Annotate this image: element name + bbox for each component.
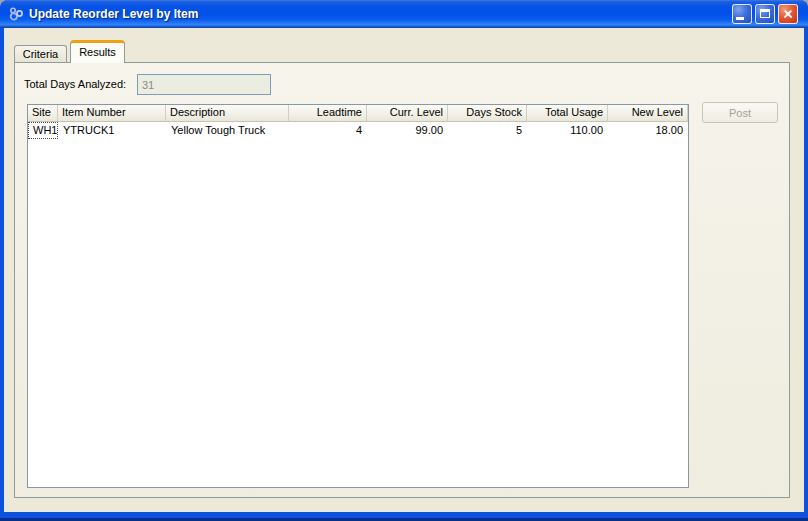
table-row[interactable]: WH1YTRUCK1Yellow Tough Truck499.005110.0… — [28, 122, 688, 139]
column-header-site[interactable]: Site — [28, 105, 58, 122]
cell-days-stock[interactable]: 5 — [448, 122, 527, 139]
bubbles-icon — [8, 6, 24, 22]
cell-site[interactable]: WH1 — [28, 122, 58, 139]
tab-results[interactable]: Results — [70, 40, 125, 63]
table-body: WH1YTRUCK1Yellow Tough Truck499.005110.0… — [28, 122, 688, 139]
column-header-leadtime[interactable]: Leadtime — [289, 105, 367, 122]
dialog-window: Update Reorder Level by Item Criteria Re… — [0, 0, 808, 521]
cell-total-usage[interactable]: 110.00 — [527, 122, 608, 139]
tab-criteria[interactable]: Criteria — [14, 45, 67, 62]
column-header-days-stock[interactable]: Days Stock — [448, 105, 527, 122]
column-header-new-level[interactable]: New Level — [608, 105, 688, 122]
dialog-client-area: Criteria Results Total Days Analyzed: Si… — [4, 28, 804, 512]
cell-item-number[interactable]: YTRUCK1 — [58, 122, 166, 139]
column-header-item-number[interactable]: Item Number — [58, 105, 166, 122]
column-header-total-usage[interactable]: Total Usage — [527, 105, 608, 122]
column-header-curr-level[interactable]: Curr. Level — [367, 105, 448, 122]
close-button[interactable] — [778, 4, 798, 24]
cell-curr-level[interactable]: 99.00 — [367, 122, 448, 139]
column-header-description[interactable]: Description — [166, 105, 289, 122]
minimize-button[interactable] — [732, 4, 752, 24]
cell-leadtime[interactable]: 4 — [289, 122, 367, 139]
maximize-icon — [760, 9, 770, 18]
cell-new-level[interactable]: 18.00 — [608, 122, 688, 139]
total-days-input[interactable] — [137, 74, 271, 95]
post-button[interactable]: Post — [702, 102, 778, 123]
minimize-icon — [736, 17, 744, 20]
maximize-button[interactable] — [755, 4, 775, 24]
cell-description[interactable]: Yellow Tough Truck — [166, 122, 289, 139]
title-bar[interactable]: Update Reorder Level by Item — [0, 0, 808, 28]
results-table: SiteItem NumberDescriptionLeadtimeCurr. … — [27, 104, 689, 488]
table-header-row: SiteItem NumberDescriptionLeadtimeCurr. … — [28, 105, 688, 122]
window-title: Update Reorder Level by Item — [29, 7, 198, 21]
window-controls — [732, 4, 798, 24]
total-days-label: Total Days Analyzed: — [24, 78, 126, 90]
